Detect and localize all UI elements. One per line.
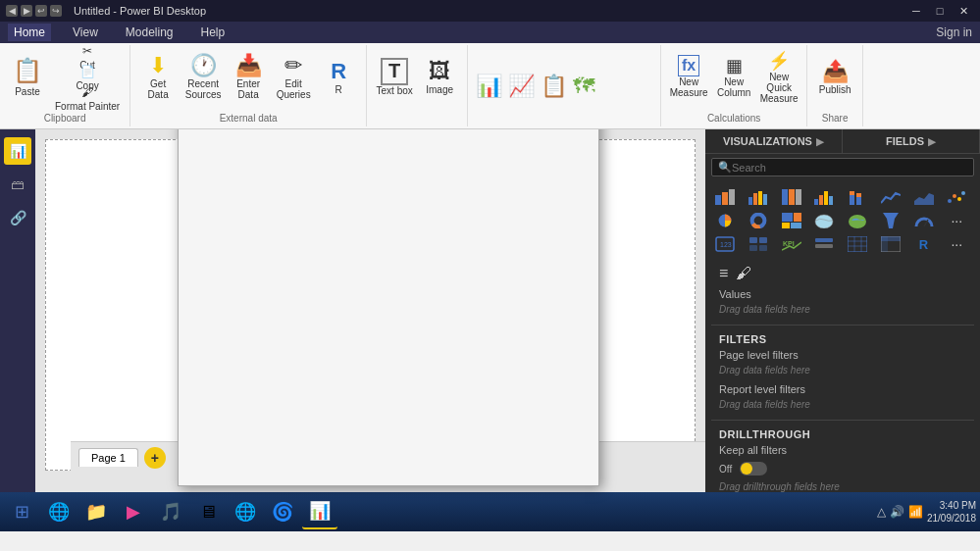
- vis-card[interactable]: 123: [711, 233, 739, 255]
- vis-treemap[interactable]: [778, 210, 805, 231]
- vis-icons-grid: ··· 123 KPI: [711, 186, 974, 255]
- vis-donut[interactable]: [745, 210, 772, 231]
- fields-icon[interactable]: ≡: [719, 265, 728, 282]
- svg-rect-4: [753, 193, 757, 205]
- vis-more[interactable]: ···: [943, 210, 970, 231]
- vis-gauge[interactable]: [910, 210, 938, 231]
- vis-area[interactable]: [910, 186, 938, 208]
- get-data-icon: ⬇: [149, 53, 167, 78]
- vis-slicer[interactable]: [810, 233, 838, 255]
- recent-sources-button[interactable]: 🕐 Recent Sources: [181, 47, 225, 106]
- vis-scatter[interactable]: [943, 186, 970, 208]
- values-icons-row: ≡ 🖌: [711, 261, 974, 286]
- title-bar-back[interactable]: ◀: [6, 5, 18, 17]
- vis-clustered-column[interactable]: [810, 186, 838, 208]
- format-painter-icon: 🖌: [81, 85, 93, 99]
- vis-kpi[interactable]: KPI: [778, 233, 805, 255]
- new-measure-button[interactable]: fx New Measure: [667, 47, 710, 106]
- ribbon-group-calculations: fx New Measure ▦ New Column ⚡ New Quick …: [661, 45, 807, 126]
- notification-icon[interactable]: △: [877, 505, 886, 519]
- edit-queries-button[interactable]: ✏ Edit Queries: [272, 47, 315, 106]
- paintbrush-icon[interactable]: 🖌: [736, 265, 751, 282]
- sidebar-item-data[interactable]: 🗃: [4, 171, 31, 198]
- menu-modeling[interactable]: Modeling: [120, 24, 180, 41]
- new-quick-measure-button[interactable]: ⚡ New Quick Measure: [757, 47, 800, 106]
- vis-matrix[interactable]: [877, 233, 904, 255]
- svg-rect-1: [722, 192, 728, 205]
- vis-funnel[interactable]: [877, 210, 904, 231]
- vis-map[interactable]: [810, 210, 838, 231]
- taskbar-cortana[interactable]: 🌀: [265, 494, 300, 529]
- visual-3-button[interactable]: 📋: [539, 57, 569, 116]
- paste-button[interactable]: 📋 Paste: [6, 47, 49, 106]
- get-data-button[interactable]: ⬇ Get Data: [136, 47, 180, 106]
- menu-help[interactable]: Help: [195, 24, 232, 41]
- vis-multi-row-card[interactable]: [745, 233, 772, 255]
- ribbon-group-insert: T Text box 🖼 Image: [367, 45, 468, 126]
- clock[interactable]: 3:40 PM 21/09/2018: [927, 499, 976, 525]
- vis-more-2[interactable]: ···: [943, 233, 970, 255]
- vis-line[interactable]: [877, 186, 904, 208]
- visual-2-button[interactable]: 📈: [506, 57, 537, 116]
- volume-icon[interactable]: 🔊: [890, 505, 904, 519]
- text-box-button[interactable]: T Text box: [373, 47, 416, 106]
- paste-label: Paste: [15, 86, 40, 97]
- taskbar-media[interactable]: ▶: [116, 494, 151, 529]
- vis-100-stacked-bar[interactable]: [778, 186, 805, 208]
- taskbar-store[interactable]: 🖥: [190, 494, 226, 529]
- vis-pie[interactable]: [711, 210, 739, 231]
- enter-data-button[interactable]: 📥 Enter Data: [227, 47, 270, 106]
- add-page-button[interactable]: +: [144, 447, 166, 469]
- image-button[interactable]: 🖼 Image: [418, 47, 461, 106]
- fields-search-box[interactable]: 🔍: [711, 158, 974, 176]
- visual-1-button[interactable]: 📊: [474, 57, 504, 116]
- vis-stacked-column[interactable]: [844, 186, 871, 208]
- title-bar-undo[interactable]: ↩: [35, 5, 47, 17]
- svg-point-31: [849, 215, 866, 228]
- r-icon: R: [331, 59, 346, 84]
- taskbar-music[interactable]: 🎵: [153, 494, 188, 529]
- keep-filters-toggle[interactable]: [740, 462, 767, 476]
- svg-rect-7: [782, 189, 788, 205]
- page-1-tab[interactable]: Page 1: [78, 448, 138, 467]
- vis-filled-map[interactable]: [844, 210, 871, 231]
- vis-stacked-bar[interactable]: [711, 186, 739, 208]
- format-painter-button[interactable]: 🖌 Format Painter: [51, 88, 124, 108]
- taskbar-powerbi[interactable]: 📊: [302, 494, 337, 529]
- title-bar-redo[interactable]: ↪: [50, 5, 62, 17]
- sign-in[interactable]: Sign in: [936, 25, 972, 39]
- title-bar-forward[interactable]: ▶: [21, 5, 32, 17]
- minimize-button[interactable]: ─: [905, 2, 927, 20]
- sidebar-item-relationships[interactable]: 🔗: [4, 204, 31, 231]
- menu-view[interactable]: View: [67, 24, 104, 41]
- visual-4-button[interactable]: 🗺: [571, 57, 596, 116]
- svg-point-21: [957, 197, 961, 201]
- menu-home[interactable]: Home: [8, 24, 51, 41]
- taskbar-chrome[interactable]: 🌐: [228, 494, 263, 529]
- maximize-button[interactable]: □: [929, 2, 951, 20]
- r-button[interactable]: R R: [317, 47, 360, 106]
- taskbar-explorer[interactable]: 📁: [78, 494, 114, 529]
- edit-queries-label: Edit Queries: [274, 78, 313, 100]
- fields-tab[interactable]: FIELDS ▶: [843, 129, 980, 153]
- sidebar-item-report[interactable]: 📊: [4, 137, 31, 165]
- new-column-button[interactable]: ▦ New Column: [712, 47, 755, 106]
- vis-clustered-bar[interactable]: [745, 186, 772, 208]
- close-button[interactable]: ✕: [953, 2, 974, 20]
- network-icon[interactable]: 📶: [908, 505, 923, 519]
- visual-1-icon: 📊: [476, 74, 502, 99]
- vis-r-visual[interactable]: R: [910, 233, 938, 255]
- explorer-icon: 📁: [85, 501, 107, 523]
- svg-rect-16: [856, 197, 861, 205]
- visualizations-tab[interactable]: VISUALIZATIONS ▶: [705, 129, 843, 153]
- svg-rect-11: [819, 195, 823, 205]
- text-box-icon: T: [381, 58, 408, 85]
- vis-table[interactable]: [844, 233, 871, 255]
- publish-button[interactable]: 📤 Publish: [813, 47, 856, 106]
- svg-rect-37: [759, 237, 767, 243]
- search-input[interactable]: [732, 162, 967, 174]
- taskbar-ie[interactable]: 🌐: [41, 494, 77, 529]
- paste-icon: 📋: [13, 57, 42, 84]
- start-button[interactable]: ⊞: [4, 494, 39, 529]
- ribbon-group-visuals: 📊 📈 📋 🗺: [468, 45, 661, 126]
